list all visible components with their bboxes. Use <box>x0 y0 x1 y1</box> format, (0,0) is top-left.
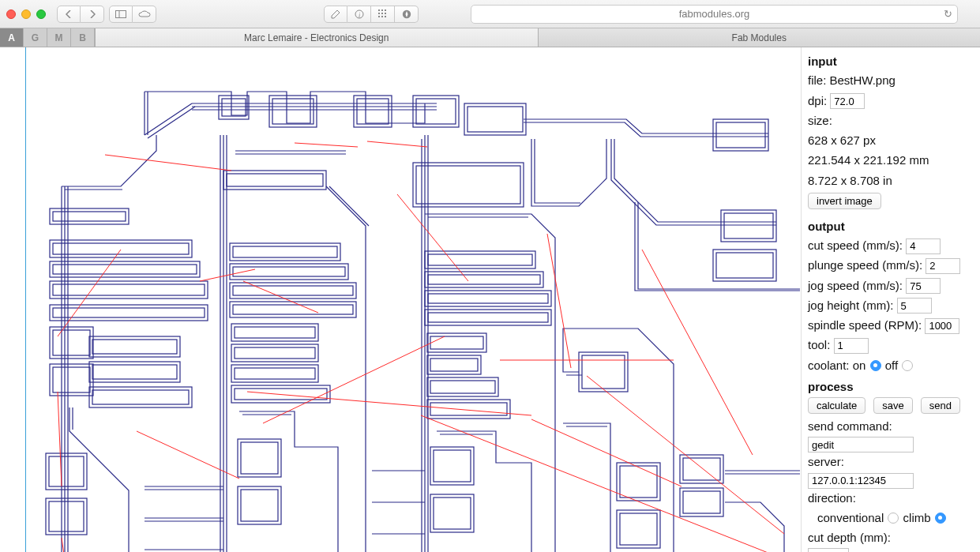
svg-rect-49 <box>92 390 189 404</box>
svg-rect-26 <box>721 210 776 242</box>
minimize-window-icon[interactable] <box>21 9 31 19</box>
svg-rect-105 <box>683 458 720 480</box>
plunge-speed-input[interactable] <box>926 258 960 274</box>
svg-rect-18 <box>354 96 392 127</box>
tab-fab-modules[interactable]: Fab Modules <box>538 28 981 47</box>
direction-label: direction: <box>808 489 974 507</box>
svg-rect-84 <box>425 310 551 325</box>
cloud-button[interactable] <box>133 6 156 23</box>
direction-conv-radio[interactable] <box>888 513 899 524</box>
svg-rect-65 <box>235 327 315 338</box>
info-icon[interactable]: i <box>347 6 371 23</box>
svg-rect-31 <box>53 212 126 221</box>
bookmark-g[interactable]: G <box>24 28 47 47</box>
svg-rect-63 <box>233 305 353 314</box>
coolant-off-radio[interactable] <box>902 360 913 371</box>
svg-rect-0 <box>116 10 126 17</box>
svg-rect-78 <box>425 251 535 268</box>
back-button[interactable] <box>57 6 81 23</box>
size-in: 8.722 x 8.708 in <box>808 171 974 190</box>
svg-rect-98 <box>579 352 628 392</box>
svg-rect-87 <box>430 336 483 349</box>
calculate-button[interactable]: calculate <box>808 397 865 414</box>
send-command-input[interactable] <box>808 437 914 452</box>
svg-rect-40 <box>50 327 93 359</box>
svg-rect-75 <box>241 490 278 521</box>
maximize-window-icon[interactable] <box>36 9 46 19</box>
toolpath-canvas[interactable] <box>0 47 802 552</box>
forward-button[interactable] <box>81 6 104 23</box>
svg-rect-10 <box>378 16 380 17</box>
direction-climb-radio[interactable] <box>935 513 946 524</box>
svg-rect-53 <box>49 501 84 531</box>
coolant-label: coolant: <box>808 359 850 372</box>
compass-icon[interactable] <box>395 6 419 23</box>
coolant-on-label: on <box>853 359 866 372</box>
svg-rect-85 <box>428 313 548 322</box>
svg-rect-71 <box>235 389 327 400</box>
svg-rect-27 <box>724 213 773 238</box>
bookmark-a[interactable]: A <box>0 28 24 47</box>
send-button[interactable]: send <box>921 397 960 414</box>
spindle-label: spindle speed (RPM): <box>808 318 922 332</box>
svg-rect-60 <box>230 283 356 299</box>
svg-rect-33 <box>53 243 189 254</box>
jog-speed-input[interactable] <box>906 278 941 294</box>
svg-rect-56 <box>230 243 340 261</box>
sidebar-button[interactable] <box>109 6 133 23</box>
grid-icon[interactable] <box>371 6 395 23</box>
bookmark-b[interactable]: B <box>71 28 95 47</box>
svg-rect-95 <box>434 450 471 482</box>
svg-rect-24 <box>713 119 768 151</box>
tool-input[interactable] <box>834 338 869 354</box>
dpi-input[interactable] <box>830 93 865 109</box>
svg-rect-64 <box>231 324 318 341</box>
bookmark-m[interactable]: M <box>47 28 71 47</box>
svg-rect-67 <box>235 347 315 359</box>
coolant-on-radio[interactable] <box>870 360 881 371</box>
coolant-off-label: off <box>885 359 898 372</box>
server-label: server: <box>808 452 974 471</box>
svg-rect-8 <box>381 13 383 14</box>
svg-rect-62 <box>230 302 356 317</box>
svg-rect-37 <box>53 284 205 295</box>
invert-image-button[interactable]: invert image <box>808 193 881 209</box>
close-window-icon[interactable] <box>6 9 16 19</box>
svg-rect-69 <box>235 368 315 379</box>
svg-text:i: i <box>358 11 359 18</box>
tab-electronics-design[interactable]: Marc Lemaire - Electronics Design <box>95 28 538 47</box>
svg-rect-36 <box>50 281 208 299</box>
size-label: size: <box>808 111 974 130</box>
jog-speed-label: jog speed (mm/s): <box>808 279 903 292</box>
cut-depth-input[interactable] <box>808 548 849 552</box>
file-label: file: <box>808 73 826 87</box>
nav-buttons <box>57 6 104 23</box>
svg-rect-93 <box>430 403 507 415</box>
svg-rect-43 <box>53 367 90 392</box>
cut-speed-input[interactable] <box>906 238 941 254</box>
svg-rect-21 <box>416 99 456 124</box>
send-command-label: send command: <box>808 417 974 435</box>
server-input[interactable] <box>808 473 914 489</box>
svg-rect-42 <box>50 364 93 396</box>
svg-rect-83 <box>428 294 548 303</box>
svg-rect-11 <box>381 16 383 17</box>
svg-rect-97 <box>434 498 471 529</box>
settings-panel: input file: BestHW.png dpi: size: 628 x … <box>802 47 980 552</box>
jog-height-input[interactable] <box>897 298 932 314</box>
svg-rect-7 <box>378 13 380 14</box>
jog-height-label: jog height (mm): <box>808 299 893 312</box>
svg-rect-15 <box>222 99 246 116</box>
svg-rect-51 <box>49 456 84 486</box>
svg-rect-34 <box>50 261 200 277</box>
reload-icon[interactable]: ↻ <box>944 8 952 20</box>
save-button[interactable]: save <box>873 397 912 414</box>
edit-icon[interactable] <box>324 6 347 23</box>
svg-rect-89 <box>430 359 478 371</box>
svg-rect-61 <box>233 286 353 295</box>
svg-rect-20 <box>413 96 459 127</box>
address-bar[interactable]: fabmodules.org ↻ <box>471 5 958 24</box>
spindle-input[interactable] <box>925 318 959 334</box>
svg-rect-104 <box>680 455 723 483</box>
svg-rect-57 <box>233 246 337 257</box>
